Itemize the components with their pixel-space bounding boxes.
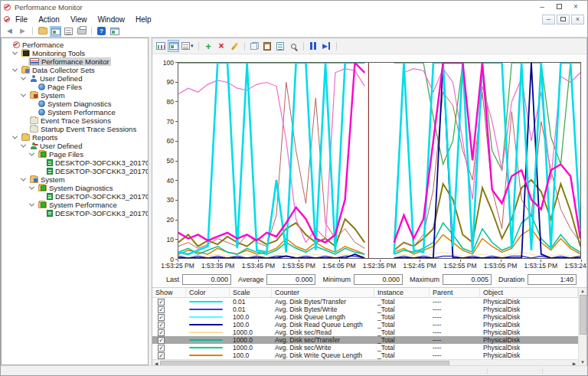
delete-counter-button[interactable]: × — [216, 40, 227, 52]
counter-row-avg-disk-sec-write[interactable]: ✓1000.0Avg. Disk sec/Write_Total----Phys… — [152, 344, 578, 351]
counter-row-avg-disk-bytes-write[interactable]: ✓0.01Avg. Disk Bytes/Write_Total----Phys… — [152, 306, 578, 313]
menu-file[interactable]: File — [10, 15, 33, 24]
menu-view[interactable]: View — [65, 15, 93, 24]
expand-chevron-icon[interactable] — [29, 201, 34, 207]
toolbar-separator — [336, 42, 337, 51]
tree-item-label: DESKTOP-3OFCKK3_20170214-000001 — [55, 192, 149, 201]
menu-window[interactable]: Window — [92, 15, 130, 24]
show-hide-console-tree-button[interactable] — [50, 26, 61, 37]
column-header-parent[interactable]: Parent — [430, 288, 480, 297]
vertical-scrollbar[interactable]: ▲ ▼ — [578, 288, 586, 366]
child-close-button[interactable]: × — [571, 15, 584, 25]
expand-chevron-icon[interactable] — [21, 75, 26, 80]
maximize-button[interactable] — [550, 2, 567, 12]
tree-item-user-defined[interactable]: User Defined — [2, 142, 148, 150]
expand-chevron-icon[interactable] — [21, 176, 26, 181]
properties-button[interactable] — [275, 40, 286, 52]
menu-action[interactable]: Action — [33, 15, 65, 24]
paste-counter-list-button[interactable] — [262, 40, 273, 52]
child-minimize-button[interactable]: – — [542, 15, 555, 25]
view-type-button[interactable] — [155, 40, 166, 52]
tree-item-reports[interactable]: Reports — [2, 133, 148, 142]
counter-row-avg-disk-bytes-transfer[interactable]: ✓0.01Avg. Disk Bytes/Transfer_Total----P… — [152, 298, 578, 306]
show-checkbox[interactable]: ✓ — [158, 306, 165, 313]
view-log-data-button[interactable]: ▾ — [181, 40, 194, 52]
print-button[interactable] — [76, 26, 87, 37]
tree-item-data-collector-sets[interactable]: Data Collector Sets — [2, 66, 148, 74]
tree-item-user-defined[interactable]: User Defined — [2, 74, 148, 83]
show-checkbox[interactable]: ✓ — [158, 329, 165, 336]
tree-item-desktop-3ofckk3-20170214-000003[interactable]: DESKTOP-3OFCKK3_20170214-000003 — [2, 167, 148, 175]
main-toolbar: ◄►? — [1, 25, 587, 38]
show-checkbox[interactable]: ✓ — [158, 337, 165, 344]
counter-color-swatch — [189, 324, 223, 325]
tree-item-page-files[interactable]: Page Files — [2, 150, 148, 159]
back-button[interactable]: ◄ — [4, 26, 15, 37]
show-checkbox[interactable]: ✓ — [158, 314, 165, 321]
counter-row-avg-disk-sec-read[interactable]: ✓1000.0Avg. Disk sec/Read_Total----Physi… — [152, 329, 578, 336]
tree-item-event-trace-sessions[interactable]: Event Trace Sessions — [2, 116, 148, 125]
counter-row-avg-disk-sec-transfer[interactable]: ✓1000.0Avg. Disk sec/Transfer_Total----P… — [152, 336, 578, 344]
vertical-scroll-thumb[interactable] — [580, 295, 586, 335]
show-checkbox[interactable]: ✓ — [158, 299, 165, 306]
minimize-button[interactable]: – — [534, 2, 550, 12]
update-data-button[interactable]: ▶ — [321, 40, 332, 52]
counter-row-avg-disk-read-queue-length[interactable]: ✓100.0Avg. Disk Read Queue Length_Total-… — [152, 321, 578, 329]
tree-item-performance[interactable]: Performance — [2, 41, 148, 49]
tree-item-system-performance[interactable]: System Performance — [2, 108, 148, 116]
expand-chevron-icon[interactable] — [12, 50, 18, 55]
counter-row-avg-disk-write-queue-length[interactable]: ✓100.0Avg. Disk Write Queue Length_Total… — [152, 351, 578, 359]
expand-chevron-icon[interactable] — [12, 134, 18, 139]
child-restore-button[interactable] — [557, 15, 570, 25]
zoom-button[interactable] — [288, 40, 299, 52]
forward-button[interactable]: ► — [17, 26, 28, 37]
tree-item-performance-monitor[interactable]: Performance Monitor — [2, 57, 148, 66]
tree-item-label: DESKTOP-3OFCKK3_20170214-000003 — [55, 167, 149, 175]
cell-instance: _Total — [374, 298, 430, 306]
tree-item-system-diagnostics[interactable]: System Diagnostics — [2, 184, 148, 192]
column-header-scale[interactable]: Scale — [230, 288, 272, 297]
show-window-button[interactable] — [109, 26, 120, 37]
highlight-button[interactable] — [229, 40, 240, 52]
column-header-show[interactable]: Show — [152, 288, 186, 297]
export-list-button[interactable] — [63, 26, 74, 37]
column-header-counter[interactable]: Counter — [272, 288, 374, 297]
help-button[interactable]: ? — [96, 26, 107, 37]
view-current-activity-button[interactable] — [168, 40, 179, 52]
expand-chevron-icon[interactable] — [29, 185, 34, 190]
window-tree-icon — [51, 28, 60, 35]
show-checkbox[interactable]: ✓ — [158, 322, 165, 329]
dropdown-caret-icon[interactable]: ▾ — [191, 43, 194, 49]
scroll-up-arrow[interactable]: ▲ — [580, 288, 585, 295]
show-checkbox[interactable]: ✓ — [158, 345, 165, 351]
counter-row-avg-disk-queue-length[interactable]: ✓100.0Avg. Disk Queue Length_Total----Ph… — [152, 313, 578, 321]
tree-item-system[interactable]: System — [2, 175, 148, 184]
expand-chevron-icon[interactable] — [12, 67, 18, 72]
close-button[interactable]: × — [567, 2, 584, 12]
menu-help[interactable]: Help — [130, 15, 157, 24]
show-checkbox[interactable]: ✓ — [158, 352, 165, 359]
tree-item-system-performance[interactable]: System Performance — [2, 201, 148, 209]
tree-item-system-diagnostics[interactable]: System Diagnostics — [2, 100, 148, 108]
copy-properties-button[interactable] — [249, 40, 260, 52]
stats-bar: Last 0.000 Average 0.000 Minimum 0.000 M… — [152, 272, 586, 287]
up-one-level-button[interactable] — [37, 26, 48, 37]
toolbar-separator — [244, 42, 245, 51]
y-axis-label: 70 — [152, 118, 174, 126]
tree-item-system[interactable]: System — [2, 91, 148, 100]
expand-chevron-icon[interactable] — [29, 151, 34, 156]
tree-item-startup-event-trace-sessions[interactable]: Startup Event Trace Sessions — [2, 125, 148, 133]
expand-chevron-icon[interactable] — [21, 142, 26, 148]
column-header-instance[interactable]: Instance — [374, 288, 430, 297]
column-header-object[interactable]: Object — [480, 288, 578, 297]
tree-item-page-files[interactable]: Page Files — [2, 83, 148, 91]
freeze-display-button[interactable] — [308, 40, 319, 52]
tree-item-desktop-3ofckk3-20170214-000001[interactable]: DESKTOP-3OFCKK3_20170214-000001 — [2, 159, 148, 167]
tree-item-desktop-3ofckk3-20170214-000001[interactable]: DESKTOP-3OFCKK3_20170214-000001 — [2, 192, 148, 201]
column-header-color[interactable]: Color — [186, 288, 230, 297]
tree-item-desktop-3ofckk3-20170214-000002[interactable]: DESKTOP-3OFCKK3_20170214-000002 — [2, 209, 148, 217]
tree-item-monitoring-tools[interactable]: Monitoring Tools — [2, 49, 148, 57]
add-counter-button[interactable]: + — [203, 40, 214, 52]
expand-chevron-icon[interactable] — [21, 92, 26, 97]
performance-graph[interactable] — [178, 62, 581, 259]
